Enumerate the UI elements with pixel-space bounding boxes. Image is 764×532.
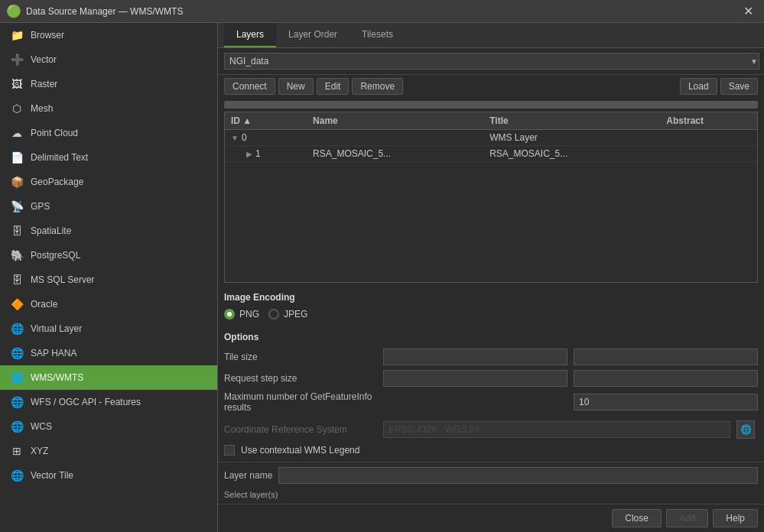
col-abstract: Abstract bbox=[660, 112, 757, 130]
sidebar-icon-vector: ➕ bbox=[9, 52, 24, 67]
wms-legend-checkbox[interactable] bbox=[224, 445, 235, 456]
sidebar-label-wms-wmts: WMS/WMTS bbox=[31, 372, 83, 383]
layer-name-input[interactable] bbox=[278, 467, 758, 484]
sidebar-label-vector: Vector bbox=[31, 54, 57, 65]
sidebar-label-wcs: WCS bbox=[31, 421, 52, 432]
cell-abstract bbox=[660, 130, 757, 146]
cell-title: WMS Layer bbox=[483, 130, 660, 146]
window-title: Data Source Manager — WMS/WMTS bbox=[26, 6, 183, 17]
sidebar-icon-sap-hana: 🌐 bbox=[9, 345, 24, 361]
cell-title-child: RSA_MOSAIC_5... bbox=[483, 146, 660, 162]
sidebar-item-gps[interactable]: 📡 GPS bbox=[0, 194, 217, 219]
app-icon: 🟢 bbox=[6, 4, 21, 18]
close-dialog-button[interactable]: Close bbox=[612, 509, 662, 527]
sidebar-item-vector-tile[interactable]: 🌐 Vector Tile bbox=[0, 463, 217, 488]
layer-name-label: Layer name bbox=[224, 470, 272, 481]
connection-dropdown[interactable]: NGI_data bbox=[224, 53, 759, 70]
sidebar-label-vector-tile: Vector Tile bbox=[31, 470, 73, 481]
sidebar: 📁 Browser ➕ Vector 🖼 Raster ⬡ Mesh ☁ Poi… bbox=[0, 23, 218, 532]
help-button[interactable]: Help bbox=[713, 509, 758, 527]
sidebar-item-wfs-ogc[interactable]: 🌐 WFS / OGC API - Features bbox=[0, 390, 217, 414]
crs-dropdown: EPSG:4326 - WGS 84 bbox=[383, 421, 730, 438]
max-feature-label: Maximum number of GetFeatureInfo results bbox=[224, 391, 377, 413]
tab-layers[interactable]: Layers bbox=[224, 23, 276, 47]
crs-row: Coordinate Reference System EPSG:4326 - … bbox=[218, 419, 764, 440]
sidebar-item-spatialite[interactable]: 🗄 SpatiaLite bbox=[0, 219, 217, 243]
sidebar-item-virtual-layer[interactable]: 🌐 Virtual Layer bbox=[0, 316, 217, 341]
sidebar-item-oracle[interactable]: 🔶 Oracle bbox=[0, 292, 217, 316]
sidebar-label-delimited-text: Delimited Text bbox=[31, 152, 88, 163]
jpeg-radio[interactable] bbox=[268, 309, 279, 320]
png-radio-group[interactable]: PNG bbox=[224, 309, 259, 320]
sidebar-label-xyz: XYZ bbox=[31, 446, 48, 456]
sidebar-item-wms-wmts[interactable]: 🌐 WMS/WMTS bbox=[0, 365, 217, 390]
sidebar-label-sap-hana: SAP HANA bbox=[31, 348, 76, 358]
png-radio[interactable] bbox=[224, 309, 235, 320]
crs-settings-button: 🌐 bbox=[736, 420, 755, 439]
sidebar-icon-raster: 🖼 bbox=[9, 76, 24, 92]
jpeg-radio-group[interactable]: JPEG bbox=[268, 309, 307, 320]
cell-name-child: RSA_MOSAIC_5... bbox=[307, 146, 483, 162]
jpeg-label: JPEG bbox=[284, 309, 307, 320]
sidebar-label-wfs-ogc: WFS / OGC API - Features bbox=[31, 397, 141, 407]
sidebar-item-geopackage[interactable]: 📦 GeoPackage bbox=[0, 170, 217, 194]
col-name: Name bbox=[307, 112, 483, 130]
col-id[interactable]: ID ▲ bbox=[225, 112, 307, 130]
wms-legend-row: Use contextual WMS Legend bbox=[218, 440, 764, 462]
layers-table-container[interactable]: ID ▲ Name Title Abstract ▼0 WMS Layer ▶1… bbox=[224, 112, 758, 283]
request-step-input-1[interactable] bbox=[383, 370, 567, 387]
layer-name-row: Layer name bbox=[218, 462, 764, 488]
new-button[interactable]: New bbox=[278, 78, 314, 95]
tile-size-label: Tile size bbox=[224, 352, 377, 362]
edit-button[interactable]: Edit bbox=[317, 78, 349, 95]
sidebar-icon-gps: 📡 bbox=[9, 199, 24, 214]
cell-id-child: ▶1 bbox=[225, 146, 307, 162]
max-feature-input[interactable] bbox=[574, 394, 758, 410]
save-button[interactable]: Save bbox=[720, 78, 758, 95]
progress-bar bbox=[224, 101, 758, 109]
load-button[interactable]: Load bbox=[680, 78, 717, 95]
sidebar-label-raster: Raster bbox=[31, 79, 57, 89]
sidebar-item-raster[interactable]: 🖼 Raster bbox=[0, 72, 217, 96]
title-bar-left: 🟢 Data Source Manager — WMS/WMTS bbox=[6, 4, 183, 18]
layers-table: ID ▲ Name Title Abstract ▼0 WMS Layer ▶1… bbox=[225, 112, 757, 162]
tile-size-input-1[interactable] bbox=[383, 349, 567, 365]
sidebar-item-xyz[interactable]: ⊞ XYZ bbox=[0, 439, 217, 463]
image-encoding-header: Image Encoding bbox=[218, 286, 764, 306]
sidebar-item-ms-sql-server[interactable]: 🗄 MS SQL Server bbox=[0, 268, 217, 292]
remove-button[interactable]: Remove bbox=[352, 78, 403, 95]
sidebar-label-mesh: Mesh bbox=[31, 103, 53, 114]
sidebar-item-wcs[interactable]: 🌐 WCS bbox=[0, 414, 217, 439]
sidebar-label-browser: Browser bbox=[31, 30, 64, 41]
request-step-label: Request step size bbox=[224, 373, 377, 384]
options-header: Options bbox=[218, 326, 764, 345]
sidebar-icon-wfs-ogc: 🌐 bbox=[9, 394, 24, 410]
sidebar-label-spatialite: SpatiaLite bbox=[31, 225, 71, 236]
close-button[interactable]: ✕ bbox=[739, 2, 758, 20]
sidebar-item-vector[interactable]: ➕ Vector bbox=[0, 47, 217, 72]
sidebar-icon-wms-wmts: 🌐 bbox=[9, 370, 24, 385]
sidebar-item-delimited-text[interactable]: 📄 Delimited Text bbox=[0, 145, 217, 170]
tab-tilesets[interactable]: Tilesets bbox=[349, 23, 405, 47]
sidebar-icon-xyz: ⊞ bbox=[9, 443, 24, 459]
request-step-input-2[interactable] bbox=[574, 370, 758, 387]
crs-label: Coordinate Reference System bbox=[224, 424, 377, 435]
sidebar-item-sap-hana[interactable]: 🌐 SAP HANA bbox=[0, 341, 217, 365]
sidebar-icon-vector-tile: 🌐 bbox=[9, 468, 24, 483]
sidebar-item-postgresql[interactable]: 🐘 PostgreSQL bbox=[0, 243, 217, 268]
title-bar: 🟢 Data Source Manager — WMS/WMTS ✕ bbox=[0, 0, 764, 23]
sidebar-label-postgresql: PostgreSQL bbox=[31, 250, 80, 261]
sidebar-item-point-cloud[interactable]: ☁ Point Cloud bbox=[0, 121, 217, 145]
add-button[interactable]: Add bbox=[666, 509, 708, 527]
sidebar-label-gps: GPS bbox=[31, 201, 50, 212]
main-layout: 📁 Browser ➕ Vector 🖼 Raster ⬡ Mesh ☁ Poi… bbox=[0, 23, 764, 532]
tab-layer-order[interactable]: Layer Order bbox=[276, 23, 349, 47]
table-row[interactable]: ▼0 WMS Layer bbox=[225, 130, 757, 146]
sidebar-label-ms-sql-server: MS SQL Server bbox=[31, 274, 95, 285]
png-label: PNG bbox=[239, 309, 259, 320]
connect-button[interactable]: Connect bbox=[224, 78, 275, 95]
sidebar-item-browser[interactable]: 📁 Browser bbox=[0, 23, 217, 47]
tile-size-input-2[interactable] bbox=[574, 349, 758, 365]
sidebar-item-mesh[interactable]: ⬡ Mesh bbox=[0, 96, 217, 121]
table-row-child[interactable]: ▶1 RSA_MOSAIC_5... RSA_MOSAIC_5... bbox=[225, 146, 757, 162]
